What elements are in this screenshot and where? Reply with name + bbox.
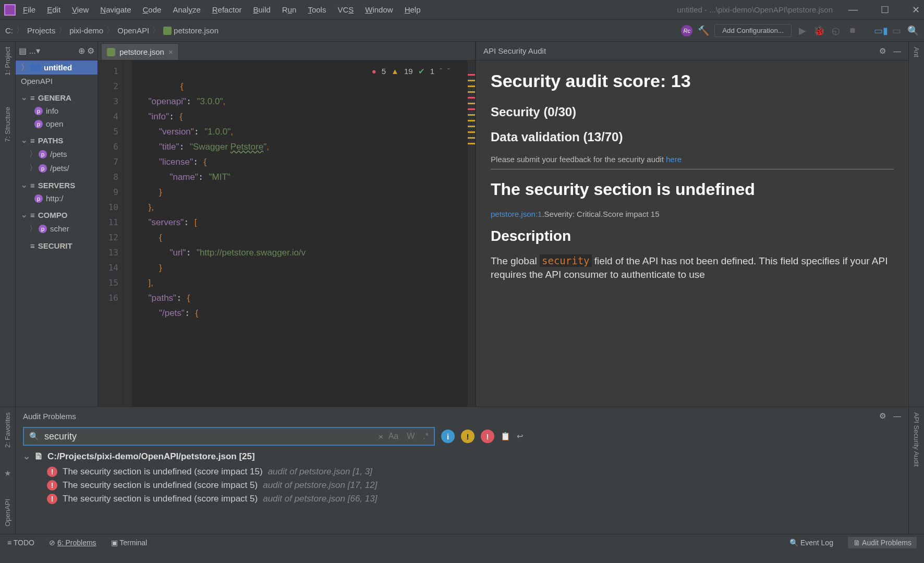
whole-word-toggle[interactable]: W [407,432,415,441]
gear-icon[interactable]: ⚙ [879,46,886,56]
tree-item[interactable]: pinfo [16,104,98,117]
menu-help[interactable]: Help [405,5,421,14]
property-icon: p [39,150,47,158]
clear-search-icon[interactable]: × [379,432,383,441]
menu-edit[interactable]: Edit [47,5,60,14]
search-everywhere-icon[interactable]: 🔍 [907,25,919,36]
code-editor[interactable]: ●5 ▲19 ✔1 ˆˇ { "openapi": "3.0.0", "info… [132,60,468,407]
problems-search-input[interactable] [44,431,373,442]
right-toolwindow-strip: Ant [908,42,924,407]
line-number-gutter: 12345678910111213141516 [98,60,123,407]
tree-root[interactable]: 〉 untitled [16,60,98,75]
tree-item[interactable]: 〉p/pets/ [16,161,98,175]
run-icon[interactable]: ▶ [797,25,808,36]
menu-refactor[interactable]: Refactor [212,5,242,14]
breadcrumb-part[interactable]: petstore.json [174,26,218,35]
tree-item[interactable]: 〉pscher [16,222,98,236]
minimize-panel-icon[interactable]: — [893,46,901,56]
presentation-icon[interactable]: ▭ [891,25,902,36]
toolwindow-favorites-tab[interactable]: 2: Favorites [4,412,11,448]
window-maximize-icon[interactable]: ☐ [881,4,889,16]
editor-tab-label: petstore.json [119,47,164,56]
menu-code[interactable]: Code [143,5,162,14]
breadcrumb-part[interactable]: Projects [27,26,55,35]
audit-security-heading: Security (0/30) [491,105,894,119]
plugin-badge-icon[interactable]: Rc [681,25,692,36]
tree-section-components[interactable]: ⌄ ≡ COMPO [16,208,98,222]
window-minimize-icon[interactable]: — [848,4,858,16]
tree-section-security[interactable]: ⌄ ≡ SECURIT [16,239,98,252]
fold-gutter[interactable] [123,60,132,407]
filter-info-icon[interactable]: i [441,430,455,443]
menu-build[interactable]: Build [253,5,270,14]
menu-file[interactable]: File [23,5,35,14]
file-icon: 🗎 [34,451,43,462]
error-stripe[interactable] [468,60,475,407]
breadcrumb-part[interactable]: C: [5,26,13,35]
tree-group[interactable]: OpenAPI [16,75,98,88]
layout-icon[interactable]: ▭▮ [874,25,885,36]
locate-icon[interactable]: ⊕ [78,46,85,56]
window-title: untitled - ...\pixi-demo\OpenAPI\petstor… [677,5,833,14]
audit-description-heading: Description [491,228,894,244]
status-bar: ≡ TODO ⊘ 6: Problems ▣ Terminal 🔍 Event … [0,534,924,550]
run-config-dropdown[interactable]: Add Configuration... [714,24,792,37]
tree-root-label: untitled [44,63,72,72]
problem-item[interactable]: ! The security section is undefined (sco… [23,492,901,506]
status-terminal[interactable]: ▣ Terminal [111,538,148,547]
toolwindow-api-audit-tab[interactable]: API Security Audit [913,412,920,467]
status-problems[interactable]: ⊘ 6: Problems [49,538,96,547]
problem-item[interactable]: ! The security section is undefined (sco… [23,465,901,479]
filter-error-icon[interactable]: ! [481,430,494,443]
undo-icon[interactable]: ↩ [517,432,524,441]
toolwindow-ant-tab[interactable]: Ant [913,47,920,57]
breadcrumb-part[interactable]: pixi-demo [69,26,103,35]
status-eventlog[interactable]: 🔍 Event Log [789,538,833,547]
minimize-panel-icon[interactable]: — [893,411,901,421]
audit-issue-file-link[interactable]: petstore.json:1 [491,210,542,218]
app-logo-icon [4,4,16,16]
window-close-icon[interactable]: ✕ [912,4,920,16]
regex-toggle[interactable]: .* [423,432,429,441]
menu-navigate[interactable]: Navigate [100,5,131,14]
toolwindow-structure-tab[interactable]: 7: Structure [4,107,11,142]
status-todo[interactable]: ≡ TODO [7,538,34,547]
breadcrumb-part[interactable]: OpenAPI [117,26,149,35]
error-icon: ! [47,480,57,491]
debug-icon[interactable]: 🐞 [813,25,825,36]
menu-analyze[interactable]: Analyze [173,5,200,14]
build-icon[interactable]: 🔨 [698,25,709,36]
menu-window[interactable]: Window [365,5,393,14]
problems-search-box[interactable]: 🔍 × Aa W .* [23,427,435,446]
star-icon[interactable]: ★ [4,469,11,478]
match-case-toggle[interactable]: Aa [388,432,399,441]
gear-icon[interactable]: ⚙ [879,411,886,421]
filter-warning-icon[interactable]: ! [461,430,475,443]
tree-section-general[interactable]: ⌄ ≡ GENERA [16,91,98,104]
tree-section-paths[interactable]: ⌄ ≡ PATHS [16,133,98,147]
toolwindow-project-tab[interactable]: 1: Project [4,47,11,76]
problems-file-node[interactable]: ⌄ 🗎 C:/Projects/pixi-demo/OpenAPI/petsto… [23,451,901,462]
gear-icon[interactable]: ⚙ [87,46,94,56]
audit-datavalidation-heading: Data validation (13/70) [491,130,894,144]
tree-item[interactable]: popen [16,117,98,130]
menu-view[interactable]: View [72,5,89,14]
copy-icon[interactable]: 📋 [501,432,510,441]
menu-run[interactable]: Run [282,5,297,14]
stop-icon[interactable]: ■ [847,25,858,36]
menu-vcs[interactable]: VCS [337,5,354,14]
tree-item[interactable]: 〉p/pets [16,147,98,161]
audit-feedback-link[interactable]: here [666,155,682,164]
tree-item[interactable]: phttp:/ [16,192,98,205]
problem-item[interactable]: ! The security section is undefined (sco… [23,479,901,492]
menu-tools[interactable]: Tools [308,5,326,14]
status-audit-problems[interactable]: 🗎 Audit Problems [848,537,917,548]
editor-tab[interactable]: petstore.json × [101,43,179,60]
tree-section-servers[interactable]: ⌄ ≡ SERVERS [16,178,98,192]
project-dropdown-icon[interactable]: ▤ ...▾ [19,46,40,56]
toolwindow-openapi-tab[interactable]: OpenAPI [4,499,11,527]
close-tab-icon[interactable]: × [168,47,173,56]
coverage-icon[interactable]: ◵ [830,25,842,36]
audit-report[interactable]: Security audit score: 13 Security (0/30)… [476,60,908,407]
inspection-summary[interactable]: ●5 ▲19 ✔1 ˆˇ [372,64,450,79]
